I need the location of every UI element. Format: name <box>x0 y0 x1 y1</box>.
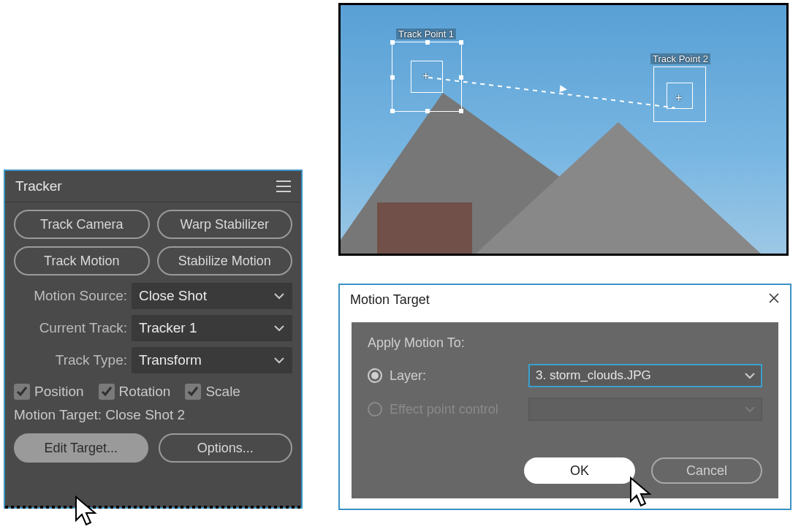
effect-point-radio <box>368 402 382 417</box>
edit-target-button[interactable]: Edit Target... <box>14 433 148 463</box>
chevron-down-icon <box>273 357 285 364</box>
track-type-dropdown[interactable]: Transform <box>132 347 292 373</box>
checkmark-icon <box>99 384 115 400</box>
panel-resize-edge[interactable] <box>5 506 301 509</box>
scale-checkbox[interactable]: Scale <box>185 384 240 400</box>
layer-select-value: 3. storm_clouds.JPG <box>536 368 651 383</box>
motion-target-line: Motion Target: Close Shot 2 <box>14 407 292 423</box>
track-type-value: Transform <box>139 352 202 368</box>
effect-point-dropdown <box>528 398 762 421</box>
tracker-panel-title: Tracker <box>15 178 62 194</box>
effect-point-label: Effect point control <box>390 402 521 417</box>
chevron-down-icon <box>273 292 285 300</box>
motion-source-value: Close Shot <box>139 288 207 304</box>
stabilize-motion-button[interactable]: Stabilize Motion <box>157 246 293 276</box>
layer-select-dropdown[interactable]: 3. storm_clouds.JPG <box>528 364 762 387</box>
rotation-checkbox[interactable]: Rotation <box>99 384 171 400</box>
current-track-dropdown[interactable]: Tracker 1 <box>132 315 292 341</box>
track-point-2-label: Track Point 2 <box>650 53 710 64</box>
layer-radio[interactable] <box>368 368 382 383</box>
track-point-1-label: Track Point 1 <box>396 28 456 39</box>
apply-motion-label: Apply Motion To: <box>368 335 762 351</box>
ok-button[interactable]: OK <box>524 457 635 484</box>
track-camera-button[interactable]: Track Camera <box>14 210 150 239</box>
preview-viewport[interactable]: Track Point 1 + Track Point 2 + <box>338 3 789 256</box>
track-type-label: Track Type: <box>14 352 127 368</box>
chevron-down-icon <box>745 373 755 379</box>
chevron-down-icon <box>745 406 755 413</box>
position-label: Position <box>34 384 84 400</box>
close-icon[interactable] <box>768 292 780 308</box>
cancel-button[interactable]: Cancel <box>651 457 762 484</box>
dialog-body: Apply Motion To: Layer: 3. storm_clouds.… <box>352 322 778 444</box>
checkmark-icon <box>14 384 30 400</box>
rotation-label: Rotation <box>119 384 171 400</box>
tracker-panel-body: Track Camera Warp Stabilizer Track Motio… <box>5 202 301 473</box>
panel-menu-icon[interactable] <box>276 180 291 192</box>
layer-radio-label: Layer: <box>390 368 521 384</box>
chevron-down-icon <box>273 324 285 332</box>
track-motion-button[interactable]: Track Motion <box>14 246 150 276</box>
motion-target-dialog: Motion Target Apply Motion To: Layer: 3.… <box>338 284 791 510</box>
tracker-panel: Tracker Track Camera Warp Stabilizer Tra… <box>4 170 303 509</box>
warp-stabilizer-button[interactable]: Warp Stabilizer <box>157 210 293 239</box>
options-button[interactable]: Options... <box>159 433 293 463</box>
track-direction-arrow-icon <box>559 85 567 93</box>
dialog-title-text: Motion Target <box>350 292 430 308</box>
checkmark-icon <box>185 384 201 400</box>
current-track-label: Current Track: <box>14 320 127 336</box>
motion-source-dropdown[interactable]: Close Shot <box>132 283 292 309</box>
current-track-value: Tracker 1 <box>139 320 197 336</box>
motion-source-label: Motion Source: <box>14 288 127 304</box>
dialog-titlebar[interactable]: Motion Target <box>340 285 790 315</box>
tracker-panel-header: Tracker <box>5 171 301 202</box>
scale-label: Scale <box>205 384 240 400</box>
position-checkbox[interactable]: Position <box>14 384 84 400</box>
